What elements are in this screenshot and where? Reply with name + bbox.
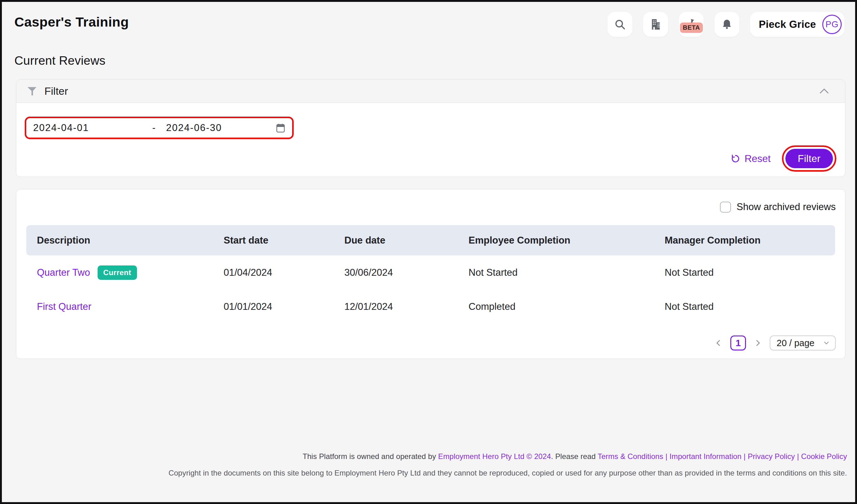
date-from-value: 2024-04-01 (33, 122, 150, 134)
filter-panel-body: 2024-04-01 - 2024-06-30 (16, 103, 845, 177)
description-cell: Quarter Two Current (37, 265, 224, 280)
next-page-button[interactable] (754, 338, 762, 347)
footer-copyright-line: Copyright in the documents on this site … (169, 469, 847, 477)
search-icon (614, 18, 626, 30)
column-due-date: Due date (345, 235, 469, 246)
page-size-value: 20 / page (777, 338, 814, 348)
profile-menu[interactable]: Pieck Grice PG (750, 12, 844, 37)
current-badge: Current (98, 265, 137, 280)
previous-page-button[interactable] (714, 338, 723, 347)
review-link[interactable]: Quarter Two (37, 267, 90, 278)
employment-hero-link[interactable]: Employment Hero Pty Ltd © 2024 (438, 452, 551, 460)
column-description: Description (37, 235, 224, 246)
pagination: 1 20 / page (714, 335, 836, 350)
date-range-input[interactable]: 2024-04-01 - 2024-06-30 (33, 122, 286, 134)
avatar: PG (822, 15, 842, 34)
section-heading: Current Reviews (14, 54, 105, 68)
filter-button-annotation: Filter (782, 145, 836, 172)
beta-badge: BETA (680, 22, 703, 33)
due-date-cell: 30/06/2024 (345, 267, 469, 278)
app-window: Casper's Training (0, 0, 857, 504)
footer: This Platform is owned and operated by E… (169, 452, 847, 477)
start-date-cell: 01/04/2024 (224, 267, 345, 278)
table-row: First Quarter 01/01/2024 12/01/2024 Comp… (26, 290, 835, 324)
column-start-date: Start date (224, 235, 345, 246)
date-range-annotation: 2024-04-01 - 2024-06-30 (25, 117, 294, 139)
manager-completion-cell: Not Started (665, 301, 835, 312)
top-actions: BETA Pieck Grice PG (607, 12, 844, 37)
user-name: Pieck Grice (759, 18, 816, 30)
footer-legal-line: This Platform is owned and operated by E… (169, 452, 847, 461)
filter-panel-header[interactable]: Filter (16, 80, 845, 103)
page-title: Casper's Training (14, 14, 129, 30)
reviews-card: Show archived reviews Description Start … (16, 189, 845, 359)
filter-submit-button[interactable]: Filter (785, 149, 833, 168)
notifications-button[interactable] (715, 12, 739, 37)
filter-panel: Filter 2024-04-01 - 2024-06-30 (16, 80, 845, 177)
start-date-cell: 01/01/2024 (224, 301, 345, 312)
review-link[interactable]: First Quarter (37, 301, 91, 312)
table-row: Quarter Two Current 01/04/2024 30/06/202… (26, 256, 835, 290)
funnel-icon (26, 86, 37, 97)
footer-text: . Please read (551, 452, 598, 460)
bell-icon (721, 18, 733, 30)
manager-completion-cell: Not Started (665, 267, 835, 278)
table-header-row: Description Start date Due date Employee… (26, 225, 835, 256)
footer-separator: | (742, 452, 748, 460)
footer-separator: | (795, 452, 801, 460)
search-button[interactable] (607, 12, 633, 37)
privacy-policy-link[interactable]: Privacy Policy (748, 452, 795, 460)
page-size-select[interactable]: 20 / page (770, 335, 836, 350)
reset-button[interactable]: Reset (730, 153, 771, 164)
labs-button[interactable]: BETA (679, 12, 704, 37)
show-archived-label: Show archived reviews (737, 201, 836, 213)
due-date-cell: 12/01/2024 (345, 301, 469, 312)
chevron-up-icon[interactable] (818, 85, 831, 98)
date-to-value: 2024-06-30 (166, 122, 222, 134)
column-employee-completion: Employee Completion (469, 235, 665, 246)
footer-separator: | (663, 452, 670, 460)
employee-completion-cell: Completed (469, 301, 665, 312)
chevron-down-icon (823, 339, 830, 347)
date-range-separator: - (150, 122, 157, 134)
table-body: Quarter Two Current 01/04/2024 30/06/202… (26, 256, 835, 324)
page-number-button[interactable]: 1 (730, 335, 746, 350)
cookie-policy-link[interactable]: Cookie Policy (801, 452, 847, 460)
employee-completion-cell: Not Started (469, 267, 665, 278)
filter-panel-title: Filter (45, 85, 68, 97)
show-archived-toggle: Show archived reviews (720, 201, 836, 213)
description-cell: First Quarter (37, 301, 224, 312)
building-icon (649, 18, 662, 31)
show-archived-checkbox[interactable] (720, 202, 731, 213)
calendar-icon[interactable] (275, 123, 286, 133)
reset-label: Reset (744, 153, 771, 164)
footer-text: This Platform is owned and operated by (302, 452, 438, 460)
column-manager-completion: Manager Completion (665, 235, 835, 246)
reset-icon (730, 154, 740, 163)
terms-conditions-link[interactable]: Terms & Conditions (598, 452, 663, 460)
filter-actions: Reset Filter (730, 145, 836, 172)
important-information-link[interactable]: Important Information (670, 452, 742, 460)
organisation-button[interactable] (643, 12, 668, 37)
